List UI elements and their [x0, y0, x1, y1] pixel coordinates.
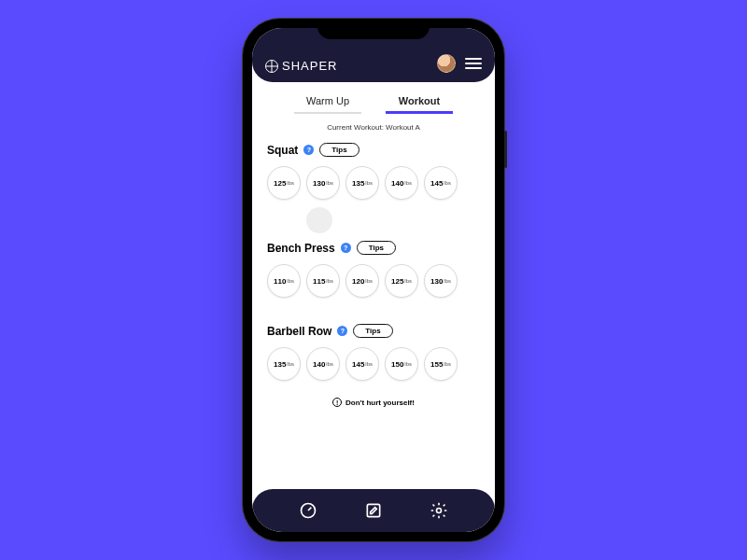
sets-row: 110lbs 115lbs 120lbs 125lbs 130lbs [267, 264, 480, 298]
avatar[interactable] [437, 54, 456, 73]
set-circle[interactable]: 150lbs [385, 347, 418, 381]
set-circle[interactable]: 140lbs [306, 347, 340, 381]
warning-icon [332, 398, 342, 407]
top-right [437, 54, 482, 73]
set-circle[interactable]: 155lbs [424, 347, 458, 381]
edit-icon[interactable] [364, 501, 383, 520]
set-circle[interactable]: 140lbs [385, 166, 418, 200]
brand-text: SHAPER [282, 59, 337, 73]
set-circle[interactable]: 125lbs [267, 166, 301, 200]
phone-frame: SHAPER Warm Up Workout Current Workout: … [243, 19, 504, 541]
current-workout-label: Current Workout: Workout A [267, 123, 480, 132]
screen: SHAPER Warm Up Workout Current Workout: … [252, 28, 495, 532]
svg-rect-1 [367, 504, 379, 516]
tab-workout[interactable]: Workout [386, 95, 453, 114]
bottom-nav [252, 489, 495, 532]
brand: SHAPER [265, 59, 337, 73]
set-circle[interactable]: 135lbs [267, 347, 301, 381]
help-icon[interactable]: ? [341, 243, 351, 253]
exercise-bench-press: Bench Press ? Tips 110lbs 115lbs 120lbs … [267, 241, 480, 298]
tab-warmup[interactable]: Warm Up [294, 95, 361, 114]
tips-button[interactable]: Tips [353, 324, 392, 338]
set-circle[interactable]: 115lbs [306, 264, 340, 298]
sets-row: 125lbs 130lbs 135lbs 140lbs 145lbs [267, 166, 480, 200]
set-circle[interactable]: 145lbs [345, 347, 379, 381]
set-circle[interactable]: 125lbs [385, 264, 418, 298]
set-circle[interactable]: 145lbs [424, 166, 458, 200]
menu-icon[interactable] [465, 58, 482, 69]
exercise-name: Barbell Row [267, 325, 331, 338]
set-circle[interactable]: 135lbs [345, 166, 379, 200]
exercise-squat: Squat ? Tips 125lbs 130lbs 135lbs 140lbs… [267, 143, 480, 200]
help-icon[interactable]: ? [303, 145, 314, 155]
set-circle[interactable]: 110lbs [267, 264, 301, 298]
set-circle[interactable]: 130lbs [306, 166, 340, 200]
tips-button[interactable]: Tips [357, 241, 396, 255]
tips-button[interactable]: Tips [319, 143, 359, 157]
gear-icon[interactable] [430, 501, 448, 520]
notch [317, 19, 430, 39]
sets-row: 135lbs 140lbs 145lbs 150lbs 155lbs [267, 347, 480, 381]
ghost-circle [306, 207, 332, 233]
exercise-barbell-row: Barbell Row ? Tips 135lbs 140lbs 145lbs … [267, 324, 480, 381]
dashboard-icon[interactable] [299, 501, 317, 520]
tabs: Warm Up Workout [267, 95, 480, 114]
set-circle[interactable]: 120lbs [345, 264, 379, 298]
warning-text: Don't hurt yourself! [345, 399, 415, 407]
logo-icon [265, 60, 278, 73]
content: Warm Up Workout Current Workout: Workout… [252, 82, 495, 489]
set-circle[interactable]: 130lbs [424, 264, 458, 298]
svg-point-2 [437, 509, 442, 513]
warning: Don't hurt yourself! [267, 398, 480, 407]
exercise-name: Bench Press [267, 242, 335, 255]
help-icon[interactable]: ? [337, 326, 347, 336]
exercise-name: Squat [267, 144, 298, 157]
